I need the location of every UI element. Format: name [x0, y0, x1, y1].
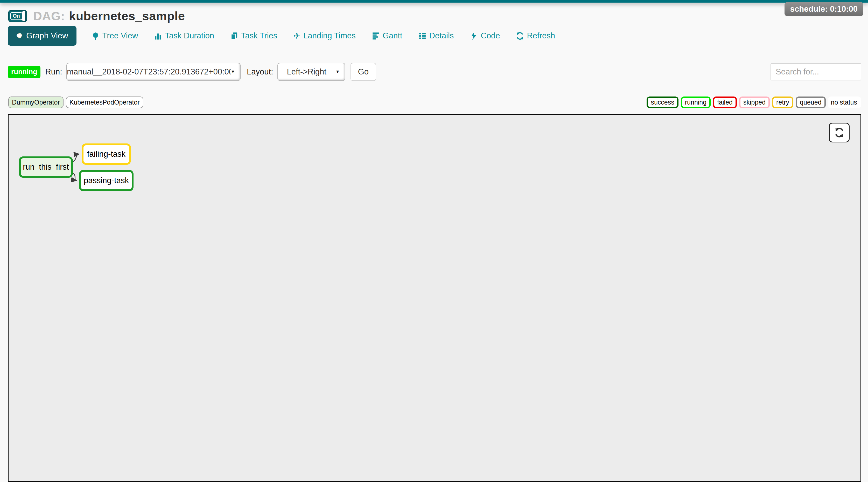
top-accent-bar [0, 0, 868, 3]
toggle-on-label: On [10, 12, 22, 20]
tab-landing-times[interactable]: ✈ Landing Times [293, 31, 355, 40]
run-status-badge: running [8, 66, 40, 78]
dag-pause-toggle[interactable]: On [8, 10, 27, 22]
edge-run-to-passing [73, 173, 76, 181]
tab-details[interactable]: Details [418, 31, 454, 40]
status-badge-failed: failed [713, 96, 737, 108]
align-left-icon [372, 32, 380, 40]
tab-task-duration[interactable]: Task Duration [154, 31, 214, 40]
bolt-icon [470, 32, 478, 40]
refresh-icon [516, 32, 524, 40]
airflow-dag-graph-page: { "page": { "background": "#f9f9f9", "ac… [0, 0, 868, 482]
layout-select[interactable]: Left->Right ▼ [277, 63, 345, 81]
status-badge-skipped: skipped [739, 96, 770, 108]
dag-edges [8, 115, 861, 481]
status-badge-running: running [681, 96, 711, 108]
tab-task-tries-label: Task Tries [241, 31, 277, 40]
edge-run-to-failing [73, 154, 79, 161]
tab-tree-view-label: Tree View [102, 31, 138, 40]
dag-name: kubernetes_sample [69, 9, 185, 23]
status-badge-no-status: no status [828, 96, 861, 108]
dag-graph-canvas[interactable]: run_this_first failing-task passing-task [8, 114, 861, 482]
dag-prefix-label: DAG: [33, 9, 65, 23]
dag-header: On DAG:kubernetes_sample [8, 9, 185, 23]
tab-landing-times-label: Landing Times [303, 31, 356, 40]
tab-graph-view-label: Graph View [26, 31, 68, 40]
tree-icon [92, 32, 99, 40]
tab-gantt-label: Gantt [383, 31, 402, 40]
status-badge-retry: retry [772, 96, 793, 108]
plane-icon: ✈ [293, 32, 301, 40]
tab-gantt[interactable]: Gantt [372, 31, 402, 40]
tab-task-duration-label: Task Duration [165, 31, 214, 40]
layout-label: Layout: [247, 67, 273, 77]
task-node-passing-task[interactable]: passing-task [79, 170, 133, 191]
tab-code-label: Code [480, 31, 500, 40]
legend-row: DummyOperator KubernetesPodOperator succ… [8, 96, 861, 108]
search-input[interactable] [771, 63, 861, 81]
tab-refresh[interactable]: Refresh [516, 31, 555, 40]
refresh-icon [834, 127, 844, 138]
run-select[interactable]: manual__2018-02-07T23:57:20.913672+00:00… [66, 63, 241, 81]
list-icon [418, 32, 427, 40]
run-label: Run: [45, 67, 62, 77]
operator-legend-kubernetespod: KubernetesPodOperator [66, 96, 143, 108]
run-select-value: manual__2018-02-07T23:57:20.913672+00:00 [67, 67, 231, 77]
tab-graph-view[interactable]: ✹ Graph View [8, 26, 76, 46]
task-node-failing-task[interactable]: failing-task [82, 144, 131, 165]
caret-down-icon: ▼ [336, 69, 345, 74]
operator-legend-dummy: DummyOperator [8, 96, 64, 108]
burst-icon: ✹ [16, 32, 23, 40]
tab-details-label: Details [429, 31, 454, 40]
status-legend: success running failed skipped retry que… [647, 96, 861, 108]
status-badge-queued: queued [796, 96, 826, 108]
bar-chart-icon [154, 32, 162, 40]
tab-tree-view[interactable]: Tree View [92, 31, 138, 40]
toggle-knob[interactable] [22, 10, 26, 22]
tab-code[interactable]: Code [470, 31, 500, 40]
tab-refresh-label: Refresh [527, 31, 555, 40]
run-controls: running Run: manual__2018-02-07T23:57:20… [8, 63, 861, 81]
view-nav: ✹ Graph View Tree View Task Duration Tas… [8, 26, 555, 46]
page-title: DAG:kubernetes_sample [33, 9, 185, 23]
tab-task-tries[interactable]: Task Tries [230, 31, 277, 40]
graph-refresh-button[interactable] [829, 123, 849, 143]
caret-down-icon: ▼ [231, 69, 240, 74]
layout-select-value: Left->Right [278, 67, 336, 77]
go-button[interactable]: Go [350, 63, 376, 81]
stacked-files-icon [230, 32, 238, 40]
status-badge-success: success [647, 96, 678, 108]
schedule-badge: schedule: 0:10:00 [784, 2, 863, 16]
task-node-run-this-first[interactable]: run_this_first [19, 156, 73, 178]
